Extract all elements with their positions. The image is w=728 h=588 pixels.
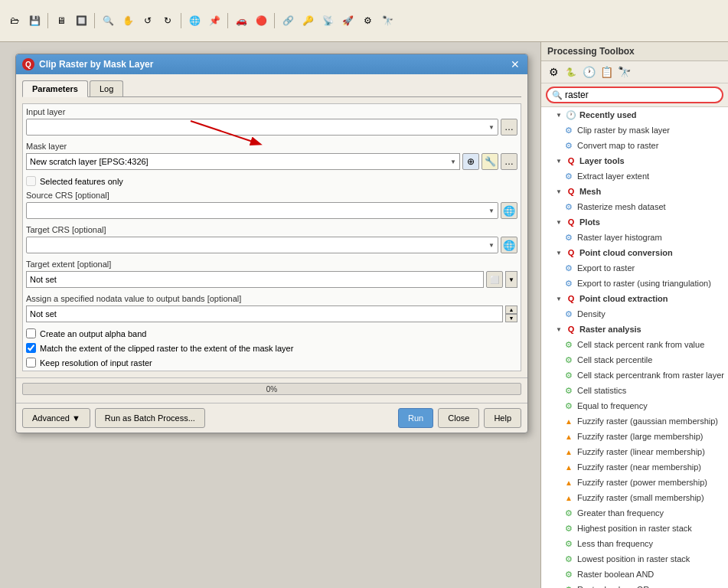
mask-layer-add-button[interactable]: ⊕ — [462, 153, 479, 170]
keep-resolution-checkbox[interactable] — [26, 358, 36, 368]
toolbar-icon-4[interactable]: 🔲 — [73, 12, 90, 29]
toolbar-icon-3[interactable]: 🖥 — [53, 12, 70, 29]
expand-ra-icon: ▼ — [553, 324, 564, 335]
list-item[interactable]: ⚙ Cell stack percentile — [541, 352, 728, 368]
toolbar-icon-10[interactable]: 🚗 — [233, 12, 250, 29]
mask-layer-value: New scratch layer [EPSG:4326] — [30, 157, 149, 166]
advanced-button[interactable]: Advanced ▼ — [22, 408, 90, 428]
item-greater-than-frequency-label: Greater than frequency — [577, 508, 725, 518]
gear-icon: ⚙ — [563, 507, 575, 519]
source-crs-globe-button[interactable]: 🌐 — [501, 202, 517, 219]
selected-features-checkbox[interactable] — [26, 176, 36, 186]
list-item[interactable]: ⚙ Rasterize mesh dataset — [541, 199, 728, 214]
toolbar-separator-4 — [227, 13, 228, 28]
list-item[interactable]: ⚙ Extract layer extent — [541, 168, 728, 184]
toolbox-results-icon[interactable]: 📋 — [599, 64, 614, 80]
mask-layer-combo[interactable]: New scratch layer [EPSG:4326] ▼ — [26, 153, 460, 170]
section-plots[interactable]: ▼ Q Plots — [541, 214, 728, 230]
triangle-icon: ▲ — [563, 492, 575, 504]
alpha-band-checkbox[interactable] — [26, 328, 36, 338]
toolbox-history-icon[interactable]: 🕐 — [581, 64, 596, 80]
input-layer-arrow-icon: ▼ — [488, 124, 495, 131]
list-item[interactable]: ⚙ Clip raster by mask layer — [541, 122, 728, 138]
toolbar-icon-17[interactable]: 🔭 — [379, 12, 396, 29]
list-item[interactable]: ⚙ Equal to frequency — [541, 398, 728, 413]
toolbar-icon-1[interactable]: 🗁 — [6, 12, 23, 29]
list-item[interactable]: ⚙ Lowest position in raster stack — [541, 551, 728, 567]
target-extent-button[interactable]: ⬜ — [486, 271, 503, 288]
target-crs-row: ▼ 🌐 — [26, 237, 517, 253]
toolbar-icon-14[interactable]: 📡 — [319, 12, 336, 29]
search-input[interactable] — [565, 90, 717, 100]
help-button[interactable]: Help — [484, 408, 521, 428]
toolbar-icon-11[interactable]: 🔴 — [253, 12, 269, 29]
section-raster-analysis[interactable]: ▼ Q Raster analysis — [541, 322, 728, 337]
toolbox-settings-icon[interactable]: ⚙ — [546, 64, 561, 80]
section-recently-used[interactable]: ▼ 🕐 Recently used — [541, 107, 728, 122]
list-item[interactable]: ▲ Fuzzify raster (power membership) — [541, 475, 728, 490]
batch-process-button[interactable]: Run as Batch Process... — [95, 408, 205, 428]
toolbar-icon-zoom-in[interactable]: 🔍 — [100, 12, 116, 29]
tab-log[interactable]: Log — [90, 80, 123, 96]
triangle-icon: ▲ — [563, 461, 575, 473]
section-point-cloud-extraction[interactable]: ▼ Q Point cloud extraction — [541, 291, 728, 306]
close-button[interactable]: ✕ — [509, 58, 521, 70]
toolbar-icon-5[interactable]: ✋ — [119, 12, 136, 29]
list-item[interactable]: ⚙ Raster boolean AND — [541, 567, 728, 582]
dialog-scroll-area[interactable]: Input layer — [22, 103, 521, 371]
dialog-footer: Advanced ▼ Run as Batch Process... Run C… — [16, 403, 527, 433]
list-item[interactable]: ⚙ Raster layer histogram — [541, 230, 728, 245]
nodata-spinbox[interactable]: Not set — [26, 305, 503, 322]
batch-label: Run as Batch Process... — [105, 413, 195, 423]
list-item[interactable]: ▲ Fuzzify raster (near membership) — [541, 459, 728, 475]
close-dialog-button[interactable]: Close — [438, 408, 479, 428]
list-item[interactable]: ▲ Fuzzify raster (gaussian membership) — [541, 413, 728, 429]
mask-layer-settings-button[interactable]: 🔧 — [482, 153, 498, 170]
nodata-decrement-button[interactable]: ▼ — [505, 314, 517, 322]
list-item[interactable]: ⚙ Cell stack percentrank from raster lay… — [541, 368, 728, 383]
tab-parameters[interactable]: Parameters — [22, 80, 88, 97]
toolbox-tree: ▼ 🕐 Recently used ⚙ Clip raster by mask … — [541, 107, 728, 588]
list-item[interactable]: ⚙ Greater than frequency — [541, 505, 728, 521]
list-item[interactable]: ▲ Fuzzify raster (small membership) — [541, 490, 728, 505]
list-item[interactable]: ⚙ Export to raster — [541, 260, 728, 276]
list-item[interactable]: ⚙ Raster boolean OR — [541, 582, 728, 588]
toolbar-icon-8[interactable]: 🌐 — [186, 12, 203, 29]
toolbar-icon-9[interactable]: 📌 — [206, 12, 223, 29]
target-extent-input[interactable]: Not set — [26, 271, 484, 288]
section-layer-tools[interactable]: ▼ Q Layer tools — [541, 153, 728, 168]
list-item[interactable]: ⚙ Highest position in raster stack — [541, 521, 728, 536]
target-crs-combo[interactable]: ▼ — [26, 237, 498, 253]
toolbar-icon-6[interactable]: ↺ — [139, 12, 156, 29]
target-extent-dropdown[interactable]: ▼ — [505, 271, 517, 288]
toolbar-icon-12[interactable]: 🔗 — [279, 12, 296, 29]
nodata-increment-button[interactable]: ▲ — [505, 305, 517, 314]
toolbar-icon-7[interactable]: ↻ — [159, 12, 176, 29]
list-item[interactable]: ⚙ Less than frequency — [541, 536, 728, 551]
toolbar-icon-13[interactable]: 🔑 — [299, 12, 316, 29]
list-item[interactable]: ⚙ Cell statistics — [541, 383, 728, 398]
toolbar-icon-15[interactable]: 🚀 — [339, 12, 356, 29]
list-item[interactable]: ⚙ Density — [541, 306, 728, 322]
section-mesh[interactable]: ▼ Q Mesh — [541, 184, 728, 199]
expand-pce-icon: ▼ — [553, 293, 564, 304]
list-item[interactable]: ▲ Fuzzify raster (large membership) — [541, 429, 728, 444]
toolbox-python-icon[interactable]: 🐍 — [563, 64, 579, 80]
toolbar-icon-2[interactable]: 💾 — [26, 12, 43, 29]
search-container: 🔍 — [541, 83, 728, 107]
toolbar-icon-16[interactable]: ⚙ — [359, 12, 376, 29]
mask-layer-browse-button[interactable]: … — [501, 153, 517, 170]
list-item[interactable]: ▲ Fuzzify raster (linear membership) — [541, 444, 728, 459]
section-point-cloud-conversion[interactable]: ▼ Q Point cloud conversion — [541, 245, 728, 260]
match-extent-checkbox[interactable] — [26, 343, 36, 353]
source-crs-combo[interactable]: ▼ — [26, 202, 498, 219]
list-item[interactable]: ⚙ Cell stack percent rank from value — [541, 337, 728, 352]
target-crs-globe-button[interactable]: 🌐 — [501, 237, 517, 253]
list-item[interactable]: ⚙ Convert map to raster — [541, 138, 728, 153]
list-item[interactable]: ⚙ Export to raster (using triangulation) — [541, 276, 728, 291]
input-layer-combo[interactable]: ▼ — [26, 119, 498, 136]
input-layer-browse-button[interactable]: … — [501, 119, 517, 136]
target-extent-row: Not set ⬜ ▼ — [26, 271, 517, 288]
run-button[interactable]: Run — [398, 408, 433, 428]
toolbox-expand-icon[interactable]: 🔭 — [616, 64, 632, 80]
